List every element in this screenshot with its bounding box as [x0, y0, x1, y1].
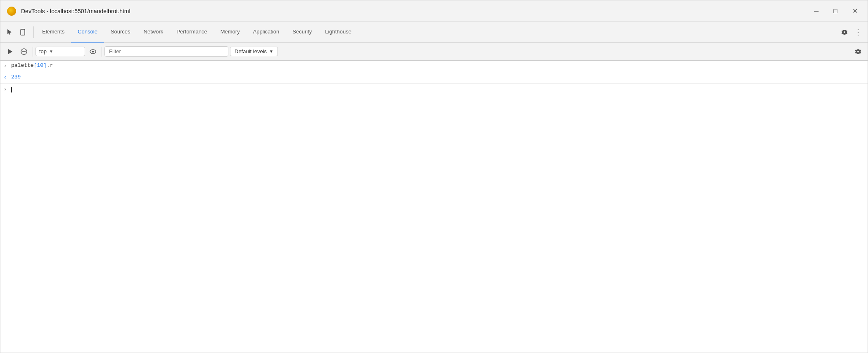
devtools-window: DevTools - localhost:5501/mandelbrot.htm…	[0, 0, 868, 353]
settings-button[interactable]	[839, 26, 850, 38]
svg-point-6	[92, 50, 94, 52]
tab-memory[interactable]: Memory	[214, 22, 247, 43]
more-options-button[interactable]: ⋮	[852, 25, 864, 39]
device-icon	[19, 29, 26, 36]
run-button[interactable]	[4, 46, 16, 57]
console-toolbar: top ▼ Default levels ▼	[0, 43, 868, 61]
toolbar-divider-2	[102, 47, 102, 57]
tab-application[interactable]: Application	[247, 22, 286, 43]
context-label: top	[39, 48, 47, 54]
tab-lighthouse[interactable]: Lighthouse	[318, 22, 358, 43]
devtools-toolbar-icons	[4, 26, 28, 38]
return-arrow-icon: ‹	[4, 74, 9, 81]
minimize-button[interactable]: ─	[811, 6, 822, 16]
tab-network[interactable]: Network	[137, 22, 170, 43]
toolbar-divider	[33, 26, 34, 38]
gear-icon	[855, 48, 861, 55]
gear-icon	[841, 29, 848, 36]
cursor-blink	[11, 87, 12, 92]
devtools-icon	[7, 7, 16, 16]
context-selector[interactable]: top ▼	[36, 47, 85, 56]
toolbar-right	[852, 46, 864, 57]
close-button[interactable]: ✕	[849, 6, 861, 16]
svg-marker-2	[8, 49, 12, 54]
tab-security[interactable]: Security	[286, 22, 318, 43]
play-icon	[7, 48, 13, 55]
console-output-value: 239	[11, 74, 21, 80]
console-input-prompt[interactable]: ›	[0, 84, 868, 95]
inspect-element-button[interactable]	[4, 26, 15, 38]
console-entry-output: ‹ 239	[0, 72, 868, 84]
tab-elements[interactable]: Elements	[36, 22, 71, 43]
tab-console[interactable]: Console	[71, 22, 104, 43]
console-output-area[interactable]: › palette[10].r ‹ 239 ›	[0, 61, 868, 353]
title-bar: DevTools - localhost:5501/mandelbrot.htm…	[0, 0, 868, 22]
console-settings-button[interactable]	[852, 46, 864, 57]
chevron-down-icon: ▼	[49, 49, 53, 54]
levels-arrow-icon: ▼	[269, 49, 273, 54]
window-title: DevTools - localhost:5501/mandelbrot.htm…	[21, 8, 130, 14]
filter-input[interactable]	[104, 46, 228, 57]
maximize-button[interactable]: □	[830, 6, 841, 16]
device-toolbar-button[interactable]	[17, 26, 28, 38]
title-bar-controls: ─ □ ✕	[811, 6, 861, 16]
console-input-text: palette[10].r	[11, 62, 864, 69]
tabs-right-controls: ⋮	[839, 25, 864, 39]
tab-performance[interactable]: Performance	[170, 22, 213, 43]
bracket-index: [10]	[34, 62, 47, 69]
clear-icon	[21, 48, 27, 55]
expand-arrow-icon[interactable]: ›	[4, 62, 9, 69]
eye-icon	[90, 48, 96, 55]
cursor-icon	[6, 29, 13, 36]
watch-expressions-button[interactable]	[87, 46, 99, 57]
svg-point-1	[22, 33, 23, 34]
prompt-arrow-icon: ›	[4, 87, 9, 92]
tabs-bar: Elements Console Sources Network Perform…	[0, 22, 868, 43]
toolbar-divider-1	[33, 47, 33, 57]
log-levels-selector[interactable]: Default levels ▼	[230, 47, 278, 56]
levels-label: Default levels	[235, 48, 267, 54]
console-entry-input: › palette[10].r	[0, 61, 868, 72]
title-bar-left: DevTools - localhost:5501/mandelbrot.htm…	[7, 7, 130, 16]
tab-sources[interactable]: Sources	[104, 22, 137, 43]
clear-console-button[interactable]	[18, 46, 30, 57]
